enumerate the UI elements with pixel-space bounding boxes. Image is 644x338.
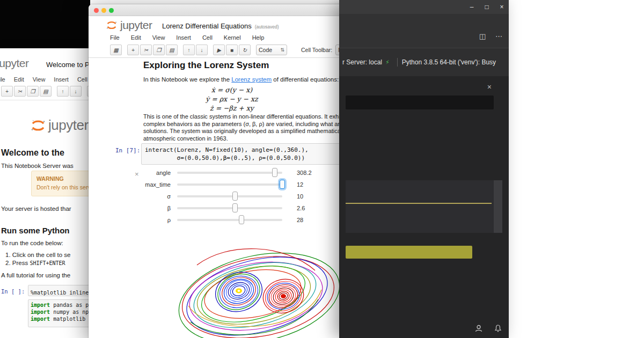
close-button[interactable]: × <box>498 3 506 11</box>
move-down-button[interactable]: ↓ <box>70 86 82 97</box>
output-panel <box>346 180 502 233</box>
jupyter-logo: jupyter <box>30 117 89 134</box>
cell-toolbar-label: Cell Toolbar: <box>301 47 332 53</box>
code-cell-input[interactable]: import pandas as pd import numpy as np i… <box>28 299 90 327</box>
scrollbar[interactable] <box>494 180 502 233</box>
accounts-icon[interactable] <box>474 324 483 333</box>
slider-label: max_time <box>140 181 171 188</box>
cell-type-select[interactable]: Code ⇅ <box>256 45 287 55</box>
move-up-button[interactable]: ↑ <box>183 45 195 55</box>
jupyter-logo: jupyter <box>106 19 152 32</box>
copy-icon: ❐ <box>31 89 35 94</box>
vscode-window: – □ × ◫ ⋯ r Server: local ⚡ Python 3.8.5… <box>339 0 509 338</box>
plus-icon: + <box>131 47 135 53</box>
copy-cell-button[interactable]: ❐ <box>27 86 39 97</box>
beta-slider[interactable] <box>177 207 282 209</box>
warning-text: Don't rely on this serv <box>36 184 90 190</box>
cell-prompt: In [7]: <box>115 147 140 154</box>
menu-file[interactable]: File <box>110 34 120 41</box>
intro-text: This Notebook Server was <box>1 163 74 169</box>
cell-type-value: Code <box>259 47 272 53</box>
notebook-title[interactable]: Lorenz Differential Equations <box>162 22 252 30</box>
cut-cell-button[interactable]: ✂ <box>14 86 26 97</box>
slider-handle[interactable] <box>280 180 285 189</box>
more-actions-icon[interactable]: ⋯ <box>495 32 502 40</box>
arrow-up-icon: ↑ <box>188 47 191 53</box>
menu-cell[interactable]: Cell <box>202 34 213 41</box>
equation-line: ż = −βz + xy <box>143 104 320 113</box>
menu-cell[interactable]: Cell <box>77 76 87 83</box>
menu-insert[interactable]: Insert <box>176 34 191 41</box>
menu-view[interactable]: View <box>33 76 46 83</box>
close-traffic-light[interactable] <box>94 8 99 13</box>
panel-close-icon[interactable]: × <box>487 83 492 91</box>
add-cell-button[interactable]: + <box>1 86 13 97</box>
copy-cell-button[interactable]: ❐ <box>153 45 165 55</box>
slider-value: 28 <box>297 217 303 223</box>
paste-cell-button[interactable]: ▤ <box>166 45 178 55</box>
window-titlebar[interactable]: – □ × <box>339 0 509 14</box>
toolbar: ▦ + ✂ ❐ ▤ ↑ ↓ ▶ ■ <box>0 86 90 97</box>
menu-view[interactable]: View <box>152 34 165 41</box>
menu-insert[interactable]: Insert <box>54 76 69 83</box>
save-button[interactable]: ▦ <box>110 45 122 55</box>
maximize-button[interactable]: □ <box>483 3 491 11</box>
rho-slider[interactable] <box>177 219 282 221</box>
notebook-title[interactable]: Welcome to P <box>46 61 90 69</box>
code-text: numpy as np <box>50 309 89 315</box>
keyword: import <box>31 316 50 322</box>
toolbar: ▦ + ✂ ❐ ▤ ↑ ↓ ▶ ■ ↻ Code ⇅ Cell Toolbar:… <box>110 45 374 55</box>
add-cell-button[interactable]: + <box>127 45 139 55</box>
run-intro: To run the code below: <box>1 240 63 246</box>
menu-edit[interactable]: Edit <box>131 34 141 41</box>
run-cell-button[interactable]: ▶ <box>213 45 225 55</box>
list-item: 2. Press SHIFT+ENTER <box>5 259 70 267</box>
math-equations: ẋ = σ(y − x) ẏ = ρx − y − xz ż = −βz + x… <box>143 85 320 113</box>
sigma-slider[interactable] <box>177 195 282 197</box>
minimize-button[interactable]: – <box>468 3 475 11</box>
lorenz-system-link[interactable]: Lorenz system <box>231 76 272 83</box>
slider-handle[interactable] <box>239 215 244 224</box>
paste-cell-button[interactable]: ▤ <box>40 86 52 97</box>
jupyter-server-status[interactable]: r Server: local <box>342 58 382 66</box>
bell-icon[interactable] <box>494 324 502 333</box>
lorenz-attractor-plot <box>169 236 341 338</box>
scissors-icon: ✂ <box>18 89 22 94</box>
zoom-traffic-light[interactable] <box>109 8 114 13</box>
max-time-slider[interactable] <box>177 183 282 186</box>
slider-label: angle <box>140 170 171 176</box>
welcome-heading: Welcome to the <box>1 148 64 158</box>
server-connected-icon: ⚡ <box>385 59 390 66</box>
cell-prompt: In [ ]: <box>1 288 25 295</box>
code-line: import numpy as np <box>31 308 90 315</box>
split-editor-icon[interactable]: ◫ <box>479 32 486 40</box>
slider-value: 308.2 <box>297 170 312 176</box>
menu-kernel[interactable]: Kernel <box>224 34 241 41</box>
menubar: File Edit View Insert Cell Kernel Help <box>110 34 264 41</box>
slider-handle[interactable] <box>272 168 277 177</box>
code-text: matplotlib <box>50 316 85 322</box>
minimize-traffic-light[interactable] <box>101 8 106 13</box>
cut-cell-button[interactable]: ✂ <box>140 45 152 55</box>
move-up-button[interactable]: ↑ <box>57 86 69 97</box>
menu-help[interactable]: Help <box>252 34 265 41</box>
equation-line: ẏ = ρx − y − xz <box>143 94 320 104</box>
slider-value: 2.6 <box>297 205 305 211</box>
restart-kernel-button[interactable]: ↻ <box>239 45 251 55</box>
interactive-panel: × <box>339 76 509 338</box>
code-cell-input[interactable]: %matplotlib inline <box>28 285 90 296</box>
angle-slider[interactable] <box>177 172 282 174</box>
screenshot-root: jupyter Welcome to P File Edit View Inse… <box>0 0 644 338</box>
slider-handle[interactable] <box>232 192 238 201</box>
code-input-field[interactable] <box>346 95 494 109</box>
widget-close-icon[interactable]: × <box>135 170 139 178</box>
stop-button[interactable]: ■ <box>226 45 238 55</box>
move-down-button[interactable]: ↓ <box>196 45 208 55</box>
menu-edit[interactable]: Edit <box>14 76 24 83</box>
python-kernel-status[interactable]: Python 3.8.5 64-bit ('venv'): Busy <box>402 58 496 66</box>
run-python-heading: Run some Python <box>1 226 70 235</box>
menu-file[interactable]: File <box>0 76 5 83</box>
slider-handle[interactable] <box>232 203 238 212</box>
select-caret-icon: ⇅ <box>280 47 284 53</box>
progress-notification-bar <box>346 246 472 259</box>
